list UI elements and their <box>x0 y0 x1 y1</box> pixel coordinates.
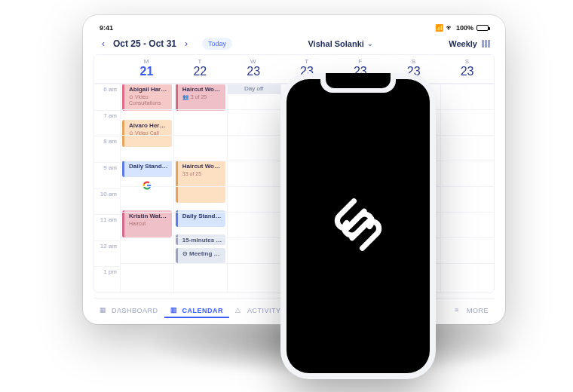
day-header-tue[interactable]: T22 <box>173 55 227 83</box>
tab-activity[interactable]: △ ACTIVITY <box>229 303 287 318</box>
date-range[interactable]: Oct 25 - Oct 31 <box>113 38 176 49</box>
status-time: 9:41 <box>100 24 113 32</box>
time-gutter: 6 am 7 am 8 am 9 am 10 am 11 am 12 am 1 … <box>94 84 120 292</box>
day-header-sun[interactable]: S23 <box>440 55 494 83</box>
google-icon <box>142 180 152 191</box>
calendar-event[interactable]: Abigail Harvey⊙ Video Consultations <box>122 84 172 111</box>
person-selector[interactable]: Vishal Solanki ⌄ <box>308 39 372 48</box>
calendar-event[interactable]: Haircut Workshops👥 3 of 25 <box>176 84 225 111</box>
calendar-event[interactable]: Haircut Workshops33 of 25 <box>176 161 225 203</box>
col-sun[interactable] <box>440 84 494 292</box>
col-wed[interactable]: Day off <box>227 84 280 292</box>
squarespace-logo-icon <box>328 194 388 258</box>
tab-more[interactable]: ≡ MORE <box>449 303 495 318</box>
view-toggle[interactable]: Weekly <box>449 39 490 48</box>
status-bar: 9:41 📶 ᯤ 100% <box>93 23 495 35</box>
prev-week-button[interactable]: ‹ <box>98 38 109 49</box>
tab-calendar[interactable]: ▥ CALENDAR <box>164 303 230 318</box>
bell-icon: △ <box>235 306 244 315</box>
tab-dashboard[interactable]: ▦ DASHBOARD <box>93 303 164 318</box>
person-name: Vishal Solanki <box>308 39 363 48</box>
calendar-event[interactable]: Daily Standup <box>176 210 225 227</box>
col-mon[interactable]: Abigail Harvey⊙ Video ConsultationsAlvar… <box>120 84 173 292</box>
dayoff-banner: Day off <box>228 84 280 94</box>
col-tue[interactable]: Haircut Workshops👥 3 of 25Haircut Worksh… <box>173 84 227 292</box>
view-label: Weekly <box>449 39 477 48</box>
battery-icon <box>476 25 489 31</box>
menu-icon: ≡ <box>455 306 464 315</box>
battery-pct: 100% <box>456 24 473 32</box>
day-header-mon[interactable]: M21 <box>120 55 173 83</box>
dashboard-icon: ▦ <box>100 306 109 315</box>
signal-icon: 📶 <box>435 24 443 32</box>
today-button[interactable]: Today <box>202 38 232 50</box>
next-week-button[interactable]: › <box>181 38 192 49</box>
calendar-event[interactable]: Daily Standup <box>122 161 172 177</box>
calendar-icon: ▥ <box>170 306 179 315</box>
phone-device <box>286 79 430 373</box>
calendar-event[interactable]: ⊙ Meeting with Jo… <box>176 248 225 263</box>
wifi-icon: ᯤ <box>446 24 453 32</box>
phone-notch <box>326 73 391 88</box>
calendar-event[interactable]: Kristin WatsonHaircut <box>122 210 172 237</box>
day-header-wed[interactable]: W23 <box>227 55 280 83</box>
toolbar: ‹ Oct 25 - Oct 31 › Today Vishal Solanki… <box>93 35 495 54</box>
calendar-event[interactable]: Alvaro Hernandez⊙ Video Call <box>122 120 172 147</box>
chevron-down-icon: ⌄ <box>367 40 373 47</box>
week-columns-icon <box>482 40 490 47</box>
day-header-row: M21 T22 W23 T23 F23 S23 S23 <box>94 55 494 84</box>
calendar-event[interactable]: 15-minutes event <box>176 234 225 245</box>
